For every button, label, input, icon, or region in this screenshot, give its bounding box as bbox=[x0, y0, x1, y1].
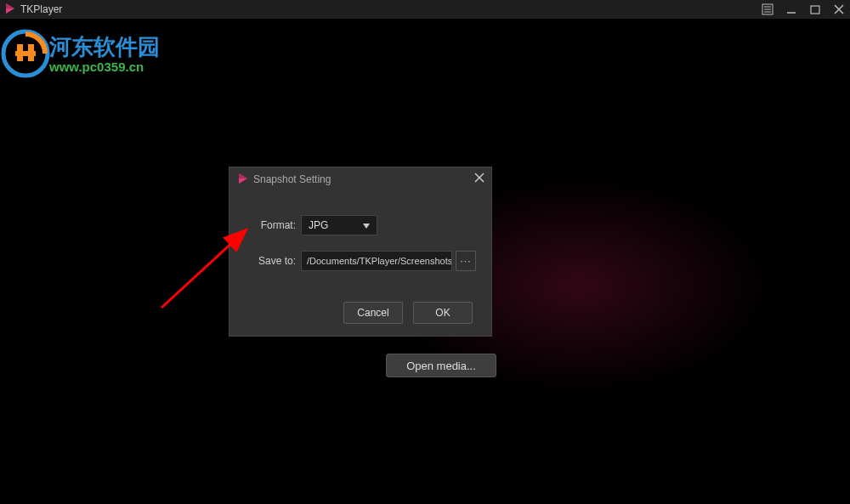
cancel-button[interactable]: Cancel bbox=[343, 302, 403, 324]
ok-button[interactable]: OK bbox=[413, 302, 473, 324]
dialog-body: Format: JPG Save to: /Documents/TKPlayer… bbox=[230, 191, 491, 271]
open-media-label: Open media... bbox=[406, 360, 476, 372]
titlebar-controls bbox=[762, 3, 845, 15]
svg-rect-14 bbox=[15, 51, 36, 56]
snapshot-setting-dialog: Snapshot Setting Format: JPG bbox=[229, 167, 492, 337]
saveto-value: /Documents/TKPlayer/Screenshots/ bbox=[307, 256, 452, 266]
ok-label: OK bbox=[435, 307, 450, 319]
dialog-buttons: Cancel OK bbox=[343, 302, 473, 324]
titlebar: TKPlayer bbox=[0, 0, 850, 19]
format-label: Format: bbox=[245, 219, 296, 231]
svg-rect-13 bbox=[28, 44, 34, 61]
open-media-button[interactable]: Open media... bbox=[386, 354, 496, 377]
chevron-down-icon bbox=[363, 219, 370, 231]
content-area: Open media... Snapshot Setting bbox=[0, 19, 850, 504]
saveto-input[interactable]: /Documents/TKPlayer/Screenshots/ bbox=[301, 251, 452, 271]
dialog-title: Snapshot Setting bbox=[253, 173, 331, 185]
svg-rect-5 bbox=[811, 6, 819, 14]
minimize-icon[interactable] bbox=[785, 3, 797, 15]
app-logo-icon bbox=[5, 3, 15, 16]
playlist-icon[interactable] bbox=[762, 3, 774, 15]
watermark-text-url: www.pc0359.cn bbox=[48, 59, 144, 74]
dialog-titlebar: Snapshot Setting bbox=[230, 167, 491, 191]
maximize-icon[interactable] bbox=[809, 3, 821, 15]
watermark: 河东软件园 www.pc0359.cn bbox=[0, 24, 170, 86]
browse-label: ··· bbox=[460, 255, 471, 267]
app-window: TKPlayer bbox=[0, 0, 850, 504]
saveto-label: Save to: bbox=[245, 255, 296, 267]
svg-rect-12 bbox=[17, 44, 23, 61]
window-title: TKPlayer bbox=[20, 3, 62, 15]
format-value: JPG bbox=[309, 219, 328, 231]
close-icon[interactable] bbox=[833, 3, 845, 15]
cancel-label: Cancel bbox=[357, 307, 388, 319]
format-select[interactable]: JPG bbox=[301, 215, 377, 235]
svg-point-11 bbox=[3, 31, 48, 76]
browse-button[interactable]: ··· bbox=[456, 251, 476, 271]
watermark-text-cn: 河东软件园 bbox=[48, 34, 160, 59]
dialog-logo-icon bbox=[238, 173, 248, 186]
format-row: Format: JPG bbox=[245, 215, 476, 235]
saveto-row: Save to: /Documents/TKPlayer/Screenshots… bbox=[245, 251, 476, 271]
dialog-close-icon[interactable] bbox=[474, 173, 484, 185]
titlebar-left: TKPlayer bbox=[5, 3, 62, 16]
